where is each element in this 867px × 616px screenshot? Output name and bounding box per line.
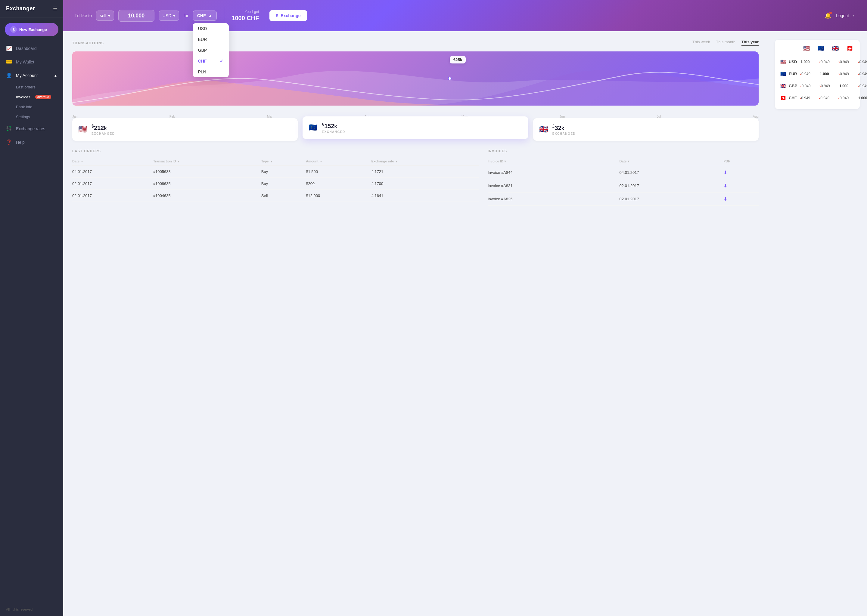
sub-nav-settings[interactable]: Settings (0, 112, 63, 122)
youll-get-amount: 1000 CHF (232, 15, 259, 22)
sidebar-item-label: Dashboard (16, 46, 37, 51)
logout-icon: → (851, 13, 855, 18)
invoice-pdf[interactable]: ⬇ (724, 179, 758, 192)
logout-label: Logout (836, 13, 849, 18)
col-date[interactable]: Date ▾ (72, 157, 153, 166)
stat-amount-eur: €152k (322, 122, 345, 130)
sidebar-item-exchange-rates[interactable]: 💱 Exchange rates (0, 122, 63, 135)
down-arrow-icon: ▾ (800, 85, 802, 88)
top-right-actions: 🔔 Logout → (824, 13, 855, 19)
sub-nav-invoices[interactable]: Invoices overdue (0, 92, 63, 102)
rate-cell: ▾0.949 (816, 60, 832, 64)
down-arrow-icon: ▾ (819, 97, 820, 100)
rate-cell: ▾0.949 (854, 72, 867, 76)
menu-icon[interactable]: ☰ (53, 6, 57, 11)
rate-header-row: 🇺🇸 🇪🇺 🇬🇧 🇨🇭 (780, 45, 854, 52)
dashboard-icon: 📈 (6, 46, 12, 51)
new-exchange-button[interactable]: $ New Exchange (5, 23, 58, 36)
col-transaction-id[interactable]: Transaction ID ▾ (153, 157, 261, 166)
sort-icon-invoice-date: ▾ (628, 159, 629, 163)
currency-option-label: PLN (198, 69, 206, 74)
sidebar-item-my-account[interactable]: 👤 My Account ▲ (0, 69, 63, 82)
invoice-pdf[interactable]: ⬇ (724, 166, 758, 179)
currency-option-label: EUR (198, 37, 207, 42)
transactions-header: TRANSACTIONS This week This month This y… (72, 40, 758, 46)
down-arrow-icon: ▾ (800, 72, 801, 76)
download-icon[interactable]: ⬇ (724, 183, 727, 188)
table-row: 04.01.2017 #1005633 Buy $1,500 4,1721 (72, 165, 479, 178)
last-orders-title: LAST ORDERS (72, 149, 479, 153)
amount-display[interactable]: 10,000 (118, 10, 154, 22)
currency-option-usd[interactable]: USD (193, 23, 229, 34)
rate-cell: ▾0.949 (835, 72, 852, 76)
logout-button[interactable]: Logout → (836, 13, 855, 18)
rate-cell: ▾0.949 (797, 84, 813, 88)
sub-nav-last-orders[interactable]: Last orders (0, 82, 63, 92)
stat-amount-usd: $212k (91, 124, 115, 132)
top-bar: I'd like to sell ▾ 10,000 USD ▾ for CHF … (63, 0, 867, 31)
exchange-button[interactable]: $ Exchange (270, 10, 307, 21)
exchange-form: I'd like to sell ▾ 10,000 USD ▾ for CHF … (75, 6, 815, 25)
order-date: 02.01.2017 (72, 190, 153, 201)
currency-option-chf[interactable]: CHF ✓ (193, 56, 229, 66)
order-type: Buy (261, 178, 306, 190)
order-date: 04.01.2017 (72, 165, 153, 178)
action-chevron-icon: ▾ (108, 13, 110, 18)
sub-nav-label: Invoices (16, 95, 30, 99)
notification-icon[interactable]: 🔔 (824, 13, 831, 19)
rate-header-gbp: 🇬🇧 (831, 45, 840, 52)
col-pdf: PDF (724, 157, 758, 166)
chevron-up-icon: ▲ (54, 74, 57, 77)
currency-option-eur[interactable]: EUR (193, 34, 229, 45)
sort-icon-tid: ▾ (178, 160, 180, 163)
stat-flag-eur: 🇪🇺 (309, 123, 318, 132)
order-transaction-id: #1004635 (153, 190, 261, 201)
app-logo: Exchanger (6, 5, 35, 12)
sub-nav-bank-info[interactable]: Bank info (0, 102, 63, 112)
from-currency-value: USD (162, 13, 172, 18)
tab-this-week[interactable]: This week (692, 40, 710, 46)
sidebar-item-dashboard[interactable]: 📈 Dashboard (0, 41, 63, 55)
for-label: for (183, 13, 188, 18)
rate-row: 🇺🇸 USD 1.000▾0.949▾0.949▾0.949 (780, 56, 854, 68)
col-invoice-date[interactable]: Date ▾ (620, 157, 724, 166)
wallet-icon: 💳 (6, 59, 12, 64)
currency-option-gbp[interactable]: GBP (193, 45, 229, 56)
order-amount: $12,000 (306, 190, 371, 201)
sub-nav-label: Bank info (16, 105, 32, 109)
chart-month-jun: Jun (560, 115, 565, 118)
invoice-date: 02.01.2017 (620, 179, 724, 192)
currency-option-pln[interactable]: PLN (193, 66, 229, 77)
exchange-rates-icon: 💱 (6, 126, 12, 132)
col-exchange-rate[interactable]: Exchange rate ▾ (372, 157, 479, 166)
rate-row: 🇪🇺 EUR ▾0.9491.000▾0.949▾0.949 (780, 68, 854, 80)
rate-cell: ▾0.949 (816, 96, 832, 100)
stat-card-gbp: 🇬🇧 £32k EXCHANGED (533, 118, 758, 141)
sidebar-item-my-wallet[interactable]: 💳 My Wallet (0, 55, 63, 69)
sort-icon-invoice-id: ▾ (504, 159, 506, 163)
stats-row: 🇺🇸 $212k EXCHANGED 🇪🇺 €152k EXC (72, 118, 758, 141)
col-amount[interactable]: Amount ▾ (306, 157, 371, 166)
list-item: Invoice #A844 04.01.2017 ⬇ (488, 166, 758, 179)
from-currency-select[interactable]: USD ▾ (159, 11, 180, 21)
rate-cell: ▾0.949 (797, 72, 813, 76)
tab-this-month[interactable]: This month (716, 40, 735, 46)
tab-this-year[interactable]: This year (741, 40, 758, 46)
rate-currency: 🇺🇸 USD (780, 59, 797, 64)
transactions-title: TRANSACTIONS (72, 41, 104, 45)
new-exchange-icon: $ (10, 26, 17, 33)
rate-currency-code: EUR (789, 72, 797, 76)
rate-cell: 1.000 (836, 84, 852, 88)
invoice-pdf[interactable]: ⬇ (724, 192, 758, 206)
action-select[interactable]: sell ▾ (96, 11, 114, 21)
download-icon[interactable]: ⬇ (724, 170, 727, 175)
down-arrow-icon: ▾ (820, 85, 821, 88)
sidebar-item-help[interactable]: ❓ Help (0, 135, 63, 149)
col-type[interactable]: Type ▾ (261, 157, 306, 166)
rate-values: ▾0.949▾0.949▾0.9491.000 (797, 96, 867, 100)
rate-rows: 🇺🇸 USD 1.000▾0.949▾0.949▾0.949 🇪🇺 EUR ▾0… (780, 56, 854, 104)
to-currency-button[interactable]: CHF ▲ (193, 11, 217, 21)
col-invoice-id[interactable]: Invoice ID ▾ (488, 157, 620, 166)
sidebar-item-label: Help (16, 140, 25, 145)
download-icon[interactable]: ⬇ (724, 196, 727, 201)
